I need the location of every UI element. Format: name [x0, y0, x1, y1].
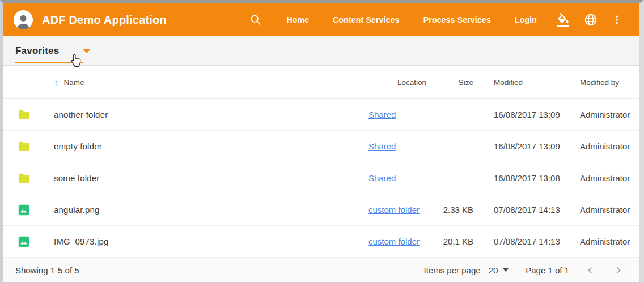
- modified-date: 07/08/2017 14:13: [473, 205, 577, 215]
- paginator: Showing 1-5 of 5 Items per page 20 Page …: [3, 258, 639, 282]
- more-menu-button[interactable]: [604, 9, 629, 31]
- table-header-row: ↑ Name Location Size Modified Modified b…: [3, 66, 639, 99]
- location-link[interactable]: custom folder: [368, 205, 420, 215]
- app-title: ADF Demo Application: [42, 14, 167, 27]
- row-type-icon-cell: [18, 173, 54, 183]
- folder-icon: [18, 173, 30, 183]
- row-type-icon-cell: [18, 204, 54, 216]
- showing-count: Showing 1-5 of 5: [15, 265, 79, 275]
- chevron-right-icon: [614, 266, 622, 275]
- location-cell: custom folder: [368, 205, 442, 215]
- modified-by: Administrator: [577, 110, 629, 119]
- nav-home[interactable]: Home: [274, 10, 321, 30]
- table-row[interactable]: angular.png custom folder 2.33 KB 07/08/…: [3, 194, 639, 226]
- location-link[interactable]: Shared: [368, 110, 396, 119]
- page-indicator: Page 1 of 1: [526, 265, 569, 275]
- view-dropdown[interactable]: Favorites: [15, 45, 91, 57]
- image-file-icon: [18, 236, 29, 247]
- location-cell: custom folder: [368, 237, 442, 246]
- modified-date: 07/08/2017 14:13: [473, 237, 577, 246]
- file-size: 2.33 KB: [442, 205, 473, 215]
- chevron-down-icon: [83, 49, 91, 53]
- sort-ascending-icon: ↑: [54, 78, 58, 87]
- nav-process-services[interactable]: Process Services: [412, 10, 503, 30]
- search-button[interactable]: [243, 9, 269, 31]
- theme-picker-button[interactable]: [549, 8, 577, 32]
- modified-date: 16/08/2017 13:08: [473, 173, 577, 183]
- view-toolbar: Favorites: [3, 36, 639, 66]
- folder-icon: [18, 110, 30, 119]
- globe-icon: [584, 13, 598, 27]
- items-per-page-label: Items per page: [424, 265, 481, 275]
- column-header-location[interactable]: Location: [368, 78, 442, 87]
- view-dropdown-underline: [15, 62, 83, 63]
- chevron-down-icon: [503, 268, 509, 272]
- nav-content-services[interactable]: Content Services: [321, 10, 412, 30]
- column-header-modified-by[interactable]: Modified by: [577, 78, 629, 87]
- modified-by: Administrator: [577, 142, 629, 151]
- view-dropdown-label: Favorites: [15, 45, 59, 57]
- modified-date: 16/08/2017 13:09: [473, 110, 577, 119]
- location-cell: Shared: [368, 110, 442, 119]
- location-link[interactable]: Shared: [368, 142, 396, 151]
- table-row[interactable]: another folder Shared 16/08/2017 13:09 A…: [3, 99, 639, 131]
- modified-by: Administrator: [577, 173, 629, 183]
- table-row[interactable]: empty folder Shared 16/08/2017 13:09 Adm…: [3, 131, 639, 162]
- cursor-pointer-icon: [70, 53, 82, 68]
- items-per-page-value: 20: [489, 265, 498, 275]
- image-file-icon: [18, 204, 29, 216]
- file-name[interactable]: another folder: [54, 110, 368, 119]
- items-per-page-select[interactable]: 20: [489, 265, 509, 275]
- modified-by: Administrator: [577, 205, 629, 215]
- next-page-button[interactable]: [612, 264, 625, 277]
- column-header-name-label: Name: [64, 78, 84, 87]
- nav-login[interactable]: Login: [503, 10, 549, 30]
- file-name[interactable]: empty folder: [54, 142, 368, 151]
- file-size: 20.1 KB: [442, 237, 473, 246]
- file-name[interactable]: angular.png: [54, 205, 368, 215]
- modified-date: 16/08/2017 13:09: [473, 142, 577, 151]
- table-body: another folder Shared 16/08/2017 13:09 A…: [3, 99, 639, 258]
- main-nav: Home Content Services Process Services L…: [274, 10, 549, 30]
- modified-by: Administrator: [577, 237, 629, 246]
- table-row[interactable]: IMG_0973.jpg custom folder 20.1 KB 07/08…: [3, 226, 639, 258]
- column-header-name[interactable]: ↑ Name: [54, 78, 368, 87]
- location-cell: Shared: [368, 173, 442, 183]
- previous-page-button[interactable]: [584, 264, 597, 277]
- location-link[interactable]: custom folder: [368, 237, 420, 246]
- location-link[interactable]: Shared: [368, 173, 396, 183]
- file-name[interactable]: IMG_0973.jpg: [54, 237, 368, 246]
- row-type-icon-cell: [18, 236, 54, 247]
- chevron-left-icon: [586, 266, 595, 275]
- format-color-fill-icon: [556, 12, 570, 27]
- more-vert-icon: [611, 14, 622, 26]
- search-icon: [249, 14, 262, 26]
- avatar: [14, 10, 33, 29]
- person-icon: [15, 12, 32, 29]
- table-row[interactable]: some folder Shared 16/08/2017 13:08 Admi…: [3, 162, 639, 194]
- folder-icon: [18, 142, 30, 151]
- file-name[interactable]: some folder: [54, 173, 368, 183]
- app-window: ADF Demo Application Home Content Servic…: [0, 0, 644, 283]
- app-header: ADF Demo Application Home Content Servic…: [3, 3, 639, 36]
- location-cell: Shared: [368, 142, 442, 151]
- row-type-icon-cell: [18, 110, 54, 119]
- column-header-size[interactable]: Size: [442, 78, 473, 87]
- column-header-modified[interactable]: Modified: [473, 78, 577, 87]
- row-type-icon-cell: [18, 142, 54, 151]
- paginator-controls: Items per page 20 Page 1 of 1: [424, 264, 625, 277]
- language-button[interactable]: [577, 8, 604, 31]
